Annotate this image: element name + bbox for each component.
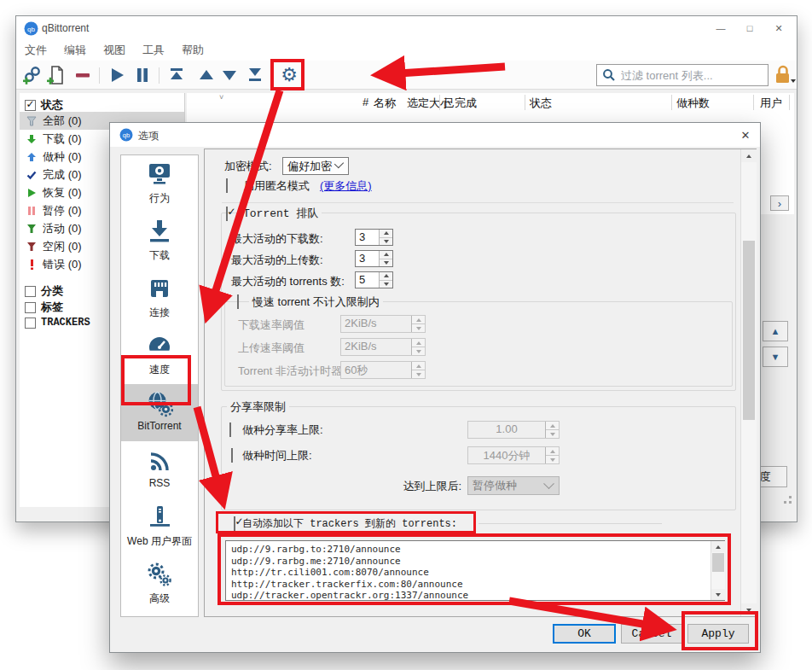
anonymous-mode-checkbox[interactable] bbox=[226, 178, 228, 193]
move-down-button[interactable] bbox=[218, 64, 241, 86]
column-user[interactable]: 用户 bbox=[760, 96, 782, 111]
menu-tools[interactable]: 工具 bbox=[142, 43, 165, 58]
add-torrent-link-button[interactable] bbox=[21, 64, 44, 86]
minimize-button[interactable]: — bbox=[706, 16, 735, 40]
resize-grip[interactable] bbox=[780, 492, 794, 506]
column-completed[interactable]: 已完成 bbox=[444, 96, 477, 111]
move-bottom-button[interactable] bbox=[244, 64, 266, 86]
qbittorrent-logo-icon: qb bbox=[24, 21, 38, 36]
ul-threshold-label: 上传速率阈值 bbox=[238, 341, 304, 356]
seed-time-checkbox[interactable] bbox=[231, 448, 233, 463]
dialog-close-button[interactable]: ✕ bbox=[734, 127, 757, 144]
upload-arrow-icon bbox=[26, 152, 37, 162]
options-nav: 行为 下载 连接 速度 bbox=[120, 154, 199, 617]
speed-gauge-icon bbox=[146, 332, 173, 361]
search-filter-box bbox=[596, 64, 768, 86]
trackers-checkbox[interactable] bbox=[25, 318, 36, 329]
queueing-checkbox[interactable] bbox=[226, 207, 228, 221]
sort-indicator-icon: ˅ bbox=[219, 93, 223, 102]
column-status[interactable]: 状态 bbox=[530, 96, 552, 111]
queueing-title: Torrent 排队 bbox=[240, 206, 322, 221]
nav-connection[interactable]: 连接 bbox=[121, 270, 198, 327]
seed-ratio-spinbox: 1.00 bbox=[467, 421, 560, 439]
webui-server-icon bbox=[146, 504, 173, 533]
titlebar: qb qBittorrent — □ ✕ bbox=[16, 16, 797, 40]
apply-button[interactable]: Apply bbox=[687, 624, 749, 644]
svg-text:qb: qb bbox=[123, 131, 130, 139]
menu-help[interactable]: 帮助 bbox=[182, 43, 204, 58]
menu-edit[interactable]: 编辑 bbox=[64, 43, 86, 58]
categories-checkbox[interactable] bbox=[25, 286, 36, 297]
move-top-button[interactable] bbox=[165, 64, 188, 86]
cancel-button[interactable]: Cancel bbox=[621, 624, 682, 644]
filter-group-status[interactable]: 状态 bbox=[20, 96, 184, 114]
trackers-scrollbar[interactable] bbox=[710, 541, 725, 600]
menu-file[interactable]: 文件 bbox=[25, 43, 47, 58]
column-seeds[interactable]: 做种数 bbox=[676, 96, 710, 111]
status-group-label: 状态 bbox=[41, 97, 63, 113]
filter-inactive-icon bbox=[26, 242, 37, 252]
encryption-combobox[interactable]: 偏好加密 bbox=[282, 157, 349, 175]
slow-torrent-checkbox[interactable] bbox=[237, 294, 239, 309]
toolbar-separator bbox=[99, 67, 100, 84]
max-uploads-label: 最大活动的上传数: bbox=[231, 253, 323, 268]
scroll-down-button[interactable]: ▼ bbox=[763, 347, 788, 367]
nav-rss[interactable]: RSS bbox=[121, 441, 198, 498]
more-info-link[interactable]: (更多信息) bbox=[320, 178, 372, 194]
nav-speed[interactable]: 速度 bbox=[121, 327, 198, 384]
delete-button[interactable] bbox=[72, 64, 94, 86]
filter-active-icon bbox=[26, 224, 37, 234]
maximize-button[interactable]: □ bbox=[735, 16, 764, 40]
search-icon bbox=[602, 68, 616, 82]
ul-threshold-spinbox: 2KiB/s bbox=[340, 338, 426, 356]
nav-behavior[interactable]: 行为 bbox=[121, 155, 198, 213]
auto-add-trackers-label: 自动添加以下 trackers 到新的 torrents: bbox=[242, 516, 457, 531]
max-downloads-spinbox[interactable]: 3 bbox=[355, 229, 393, 246]
seed-ratio-label: 做种分享率上限: bbox=[242, 422, 323, 438]
pause-button[interactable] bbox=[131, 64, 154, 86]
options-dialog: qb 选项 ✕ 行为 下载 连接 bbox=[109, 122, 761, 653]
max-torrents-label: 最大活动的 torrents 数: bbox=[231, 274, 345, 289]
column-number[interactable]: # bbox=[362, 96, 368, 108]
tags-checkbox[interactable] bbox=[25, 302, 36, 313]
error-icon bbox=[26, 259, 37, 270]
menubar: 文件 编辑 视图 工具 帮助 bbox=[16, 40, 797, 61]
gear-icon: ⚙ bbox=[281, 65, 298, 85]
max-uploads-spinbox[interactable]: 3 bbox=[355, 250, 393, 267]
limit-action-combobox: 暂停做种 bbox=[467, 476, 560, 495]
trackers-textarea[interactable]: udp://9.rarbg.to:2710/announce udp://9.r… bbox=[226, 541, 724, 600]
chevron-down-icon bbox=[543, 478, 554, 489]
max-torrents-spinbox[interactable]: 5 bbox=[355, 271, 393, 288]
filter-all-icon bbox=[26, 116, 37, 126]
trackers-textarea-wrap: udp://9.rarbg.to:2710/announce udp://9.r… bbox=[225, 540, 725, 601]
dialog-titlebar: qb 选项 ✕ bbox=[110, 123, 760, 147]
column-name[interactable]: 名称 bbox=[374, 96, 396, 111]
downloads-icon bbox=[146, 218, 173, 247]
options-gear-button[interactable]: ⚙ bbox=[278, 64, 300, 86]
search-input[interactable] bbox=[619, 68, 773, 83]
menu-view[interactable]: 视图 bbox=[103, 43, 125, 58]
window-title: qBittorrent bbox=[42, 22, 89, 34]
nav-webui[interactable]: Web 用户界面 bbox=[121, 498, 198, 556]
limit-reached-label: 达到上限后: bbox=[392, 479, 461, 494]
torrent-table-header: ˅ # 名称 选定大小 已完成 状态 做种数 用户 bbox=[187, 93, 794, 113]
lock-button[interactable] bbox=[772, 64, 794, 86]
dl-threshold-spinbox: 2KiB/s bbox=[340, 315, 426, 333]
resume-button[interactable] bbox=[106, 64, 128, 86]
inactivity-timer-spinbox: 60秒 bbox=[340, 361, 426, 379]
header-scroll-right-button[interactable]: › bbox=[770, 195, 789, 211]
status-checkbox[interactable] bbox=[25, 100, 36, 111]
ok-button[interactable]: OK bbox=[553, 624, 616, 644]
nav-advanced[interactable]: 高级 bbox=[121, 556, 198, 613]
auto-add-trackers-checkbox[interactable] bbox=[234, 516, 235, 531]
play-icon bbox=[26, 188, 37, 198]
scroll-up-button[interactable]: ▲ bbox=[763, 321, 788, 341]
dialog-scrollbar[interactable] bbox=[740, 149, 757, 616]
seed-time-label: 做种时间上限: bbox=[242, 448, 312, 463]
close-button[interactable]: ✕ bbox=[764, 16, 793, 40]
seed-ratio-checkbox[interactable] bbox=[229, 422, 231, 437]
nav-bittorrent[interactable]: BitTorrent bbox=[121, 384, 198, 441]
move-up-button[interactable] bbox=[195, 64, 218, 86]
add-torrent-file-button[interactable] bbox=[45, 64, 67, 86]
nav-downloads[interactable]: 下载 bbox=[121, 213, 198, 270]
